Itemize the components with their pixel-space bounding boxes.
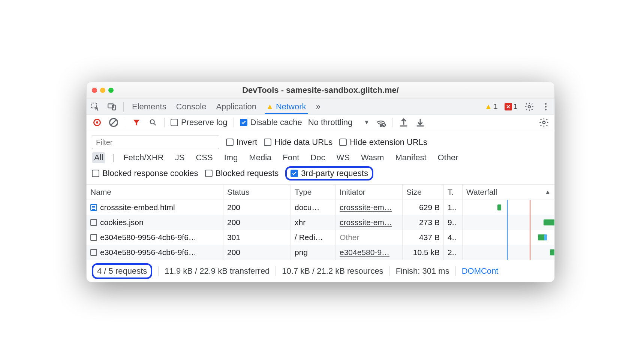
download-har-icon[interactable] [415,117,425,128]
warnings-badge[interactable]: ▲ 1 [485,102,498,111]
close-window-button[interactable] [92,88,97,93]
requests-count-highlight: 4 / 5 requests [92,263,152,279]
request-time: 4.. [444,230,463,245]
kebab-menu-icon[interactable] [541,102,551,112]
blocked-cookies-checkbox[interactable]: Blocked response cookies [92,169,198,178]
tab-console[interactable]: Console [175,100,208,114]
tab-strip: Elements Console Application ▲ Network »… [87,98,554,115]
svg-point-11 [543,121,545,124]
request-initiator[interactable]: crosssite-em… [336,200,403,215]
filter-icon[interactable] [131,117,142,128]
table-row[interactable]: cookies.json200xhrcrosssite-em…273 B9.. [87,215,554,230]
titlebar: DevTools - samesite-sandbox.glitch.me/ [87,82,554,98]
svg-point-5 [545,106,547,107]
third-party-checkbox[interactable]: 3rd-party requests [291,169,368,178]
chevron-down-icon: ▼ [364,119,370,126]
col-time[interactable]: T. [444,185,463,200]
blocked-requests-checkbox[interactable]: Blocked requests [205,169,279,178]
type-filter-css[interactable]: CSS [193,152,215,163]
table-row[interactable]: crosssite-embed.html200docu…crosssite-em… [87,200,554,215]
file-outline-icon [90,234,97,241]
request-type: / Redi… [291,230,336,245]
inspect-icon[interactable] [90,102,100,112]
settings-gear-icon[interactable] [524,102,534,112]
record-button[interactable] [92,117,102,128]
request-status: 200 [223,200,291,215]
waterfall-cell [463,230,554,245]
tab-network[interactable]: ▲ Network [265,100,307,114]
type-filter-media[interactable]: Media [247,152,274,163]
filter-input[interactable] [92,136,219,149]
panel-settings-gear-icon[interactable] [539,117,549,128]
transferred-size: 11.9 kB / 22.9 kB transferred [165,266,270,276]
type-filter-font[interactable]: Font [280,152,301,163]
request-time: 2.. [444,245,463,260]
type-filter-doc[interactable]: Doc [308,152,327,163]
request-initiator[interactable]: e304e580-9… [336,245,403,260]
col-status[interactable]: Status [223,185,291,200]
warning-triangle-icon: ▲ [266,102,274,111]
table-row[interactable]: e304e580-9956-4cb6-9f6…301/ Redi…Other43… [87,230,554,245]
upload-har-icon[interactable] [398,117,409,128]
hide-data-urls-checkbox[interactable]: Hide data URLs [264,137,332,147]
preserve-log-checkbox[interactable]: Preserve log [171,118,228,127]
request-name: crosssite-embed.html [100,203,175,212]
disable-cache-checkbox[interactable]: Disable cache [240,118,302,127]
type-filter-ws[interactable]: WS [334,152,352,163]
type-filter-manifest[interactable]: Manifest [393,152,428,163]
request-name: e304e580-9956-4cb6-9f6… [100,233,196,242]
col-size[interactable]: Size [403,185,444,200]
request-status: 301 [223,230,291,245]
tab-application[interactable]: Application [214,100,258,114]
request-status: 200 [223,245,291,260]
status-bar: 4 / 5 requests 11.9 kB / 22.9 kB transfe… [87,260,554,282]
svg-point-9 [380,125,382,127]
minimize-window-button[interactable] [100,88,105,93]
requests-count: 4 / 5 requests [97,266,147,276]
search-icon[interactable] [148,117,158,128]
col-waterfall[interactable]: Waterfall▲ [463,185,554,200]
request-time: 1.. [444,200,463,215]
table-row[interactable]: e304e580-9956-4cb6-9f6…200pnge304e580-9…… [87,245,554,260]
tab-elements[interactable]: Elements [130,100,168,114]
zoom-window-button[interactable] [108,88,114,93]
type-filter-img[interactable]: Img [222,152,240,163]
type-filter-all[interactable]: All [92,152,105,163]
devtools-window: DevTools - samesite-sandbox.glitch.me/ E… [86,82,555,282]
type-filter-fetchxhr[interactable]: Fetch/XHR [121,152,166,163]
request-type: xhr [291,215,336,230]
network-conditions-icon[interactable] [376,117,386,128]
tabs-overflow[interactable]: » [315,100,322,114]
filter-area: Invert Hide data URLs Hide extension URL… [87,130,554,185]
col-name[interactable]: Name [87,185,223,200]
svg-point-4 [545,103,547,104]
file-outline-icon [90,249,97,256]
type-filter-other[interactable]: Other [436,152,461,163]
col-initiator[interactable]: Initiator [336,185,403,200]
svg-point-8 [150,120,154,124]
type-filter-js[interactable]: JS [173,152,187,163]
request-type: png [291,245,336,260]
file-outline-icon [90,219,97,226]
third-party-highlight: 3rd-party requests [285,166,373,181]
waterfall-cell [463,200,554,215]
error-square-icon: ✕ [505,103,512,110]
throttling-dropdown[interactable]: No throttling ▼ [308,118,370,127]
invert-checkbox[interactable]: Invert [226,137,257,147]
errors-badge[interactable]: ✕ 1 [505,102,518,111]
clear-button[interactable] [108,117,119,128]
sort-arrow-icon: ▲ [545,189,551,195]
warning-triangle-icon: ▲ [485,102,492,111]
request-size: 273 B [403,215,444,230]
col-type[interactable]: Type [291,185,336,200]
type-filter-wasm[interactable]: Wasm [359,152,386,163]
waterfall-cell [463,215,554,230]
type-filter-row: All | Fetch/XHR JS CSS Img Media Font Do… [92,151,549,165]
request-size: 629 B [403,200,444,215]
domcontentloaded-label: DOMCont [462,266,499,276]
request-name: cookies.json [100,218,144,227]
device-toggle-icon[interactable] [107,102,117,112]
request-initiator[interactable]: crosssite-em… [336,215,403,230]
hide-extension-urls-checkbox[interactable]: Hide extension URLs [339,137,427,147]
svg-point-3 [528,105,531,108]
